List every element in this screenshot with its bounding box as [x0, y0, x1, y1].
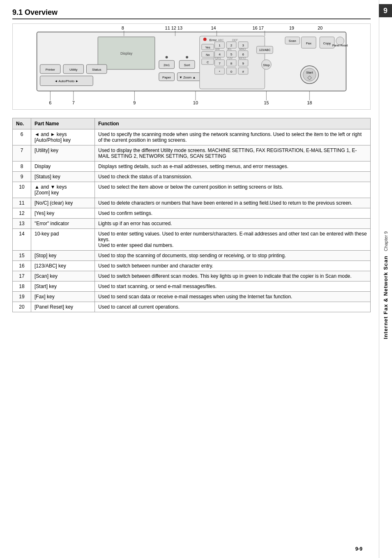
cell-no: 18	[13, 281, 31, 292]
2in1-indicator	[166, 56, 168, 58]
cell-part-name: [123/ABC] key	[31, 261, 95, 271]
cell-no: 15	[13, 251, 31, 261]
table-row: 19[Fax] keyUsed to send scan data or rec…	[13, 292, 371, 302]
panel-diagram: 8 11 12 13 14 16 17 19 20 Display Printe…	[13, 24, 370, 109]
table-row: 17[Scan] keyUsed to switch between diffe…	[13, 271, 371, 281]
cell-function: Used to switch between number and charac…	[95, 261, 371, 271]
diagram-container: 8 11 12 13 14 16 17 19 20 Display Printe…	[12, 23, 371, 110]
cell-part-name: [No/C] (clear) key	[31, 198, 95, 208]
chapter-badge: 9	[379, 4, 392, 17]
cell-no: 12	[13, 208, 31, 219]
table-header-function: Function	[95, 118, 371, 129]
table-row: 9[Status] keyUsed to check the status of…	[13, 172, 371, 182]
cell-part-name: Display	[31, 161, 95, 172]
jkl-sublabel: JKL	[227, 48, 232, 51]
cell-part-name: ◄ and ► keys [Auto/Photo] key	[31, 129, 95, 145]
yes-key-label: Yes	[205, 46, 210, 49]
label-11-12-13: 11 12 13	[165, 25, 182, 30]
label-9: 9	[133, 100, 136, 105]
page-number: 9-9	[355, 546, 362, 552]
c-key-label: C	[207, 60, 209, 64]
cell-part-name: [Start] key	[31, 281, 95, 292]
side-tab-text: Internet Fax & Network Scan	[383, 251, 389, 343]
autophoto-key-label: ◄ Auto/Photo ►	[55, 79, 79, 83]
table-header-name: Part Name	[31, 118, 95, 129]
star-label: *	[219, 70, 220, 74]
cell-function: Displays setting details, such as e-mail…	[95, 161, 371, 172]
cell-no: 13	[13, 219, 31, 229]
label-16-17: 16 17	[253, 25, 264, 30]
sort-key-label: Sort	[184, 63, 190, 67]
sort-indicator	[186, 56, 188, 58]
page-header: 9.1 Overview	[12, 8, 371, 19]
cell-function: Used to delete characters or numbers tha…	[95, 198, 371, 208]
label-7: 7	[72, 100, 75, 105]
cell-part-name: [Stop] key	[31, 251, 95, 261]
table-row: 1410-key padUsed to enter setting values…	[13, 229, 371, 251]
cell-no: 6	[13, 129, 31, 145]
error-indicator	[203, 38, 207, 41]
label-19: 19	[289, 25, 294, 30]
fax-key-label: Fax	[306, 42, 311, 45]
123abc-label: 123/ABC	[259, 48, 270, 51]
table-row: 15[Stop] keyUsed to stop the scanning of…	[13, 251, 371, 261]
label-6: 6	[49, 100, 51, 105]
hash-label: #	[242, 70, 244, 74]
cell-function: Used to check the status of a transmissi…	[95, 172, 371, 182]
ghi-sublabel: GHI	[214, 48, 219, 51]
cell-part-name: [Utility] key	[31, 145, 95, 161]
cell-no: 16	[13, 261, 31, 271]
cell-part-name: [Fax] key	[31, 292, 95, 302]
tuv-sublabel: TUV	[227, 57, 233, 60]
cell-function: Used to display the different Utility mo…	[95, 145, 371, 161]
cell-no: 20	[13, 302, 31, 312]
page-container: 9.1 Overview 8 11 12 13 14 16 17 19 20 D…	[0, 0, 392, 558]
cell-function: Used to select the item above or below t…	[95, 182, 371, 198]
printer-key-label: Printer	[46, 68, 55, 71]
cell-function: Used to cancel all current operations.	[95, 302, 371, 312]
cell-no: 9	[13, 172, 31, 182]
no-key-label: No	[206, 53, 210, 57]
scan-key-label: Scan	[289, 39, 296, 43]
page-footer: 9-9	[355, 546, 362, 552]
table-row: 8DisplayDisplays setting details, such a…	[13, 161, 371, 172]
table-row: 12[Yes] keyUsed to confirm settings.	[13, 208, 371, 219]
cell-function: Used to specify the scanning mode when u…	[95, 129, 371, 145]
utility-key-label: Utility	[69, 68, 77, 71]
page-title: 9.1 Overview	[12, 8, 58, 17]
2in1-key-label: 2in1	[164, 63, 170, 67]
table-row: 7[Utility] keyUsed to display the differ…	[13, 145, 371, 161]
cell-function: Used to confirm settings.	[95, 208, 371, 219]
num2-label: 2	[231, 44, 232, 47]
cell-function: Used to enter setting values. Used to en…	[95, 229, 371, 251]
cell-function: Used to stop the scanning of documents, …	[95, 251, 371, 261]
cell-function: Used to switch between different scan mo…	[95, 271, 371, 281]
cell-function: Used to send scan data or receive e-mail…	[95, 292, 371, 302]
stop-label: Stop	[263, 63, 270, 67]
num9-label: 9	[242, 62, 244, 65]
parts-table: No. Part Name Function 6◄ and ► keys [Au…	[12, 118, 371, 312]
cell-part-name: [Yes] key	[31, 208, 95, 219]
side-tab: 9 Chapter 9 Internet Fax & Network Scan	[379, 0, 392, 558]
table-row: 16[123/ABC] keyUsed to switch between nu…	[13, 261, 371, 271]
num3-label: 3	[242, 44, 244, 47]
mno-sublabel: MNO	[239, 48, 246, 51]
display-label: Display	[120, 51, 133, 55]
label-15: 15	[264, 100, 269, 105]
num5-label: 5	[231, 53, 233, 56]
cell-no: 7	[13, 145, 31, 161]
num7-label: 7	[219, 62, 220, 65]
num1-label: 1	[219, 44, 221, 47]
num4-label: 4	[219, 53, 221, 56]
label-8: 8	[122, 25, 124, 30]
num6-label: 6	[242, 53, 244, 56]
table-row: 11[No/C] (clear) keyUsed to delete chara…	[13, 198, 371, 208]
abc-sublabel: ABC	[218, 39, 224, 42]
status-key-label: Status	[92, 68, 101, 71]
table-row: 6◄ and ► keys [Auto/Photo] keyUsed to sp…	[13, 129, 371, 145]
cell-no: 17	[13, 271, 31, 281]
num0-label: 0	[231, 70, 233, 74]
def-sublabel: DEF	[232, 39, 238, 42]
cell-no: 8	[13, 161, 31, 172]
label-20: 20	[318, 25, 323, 30]
